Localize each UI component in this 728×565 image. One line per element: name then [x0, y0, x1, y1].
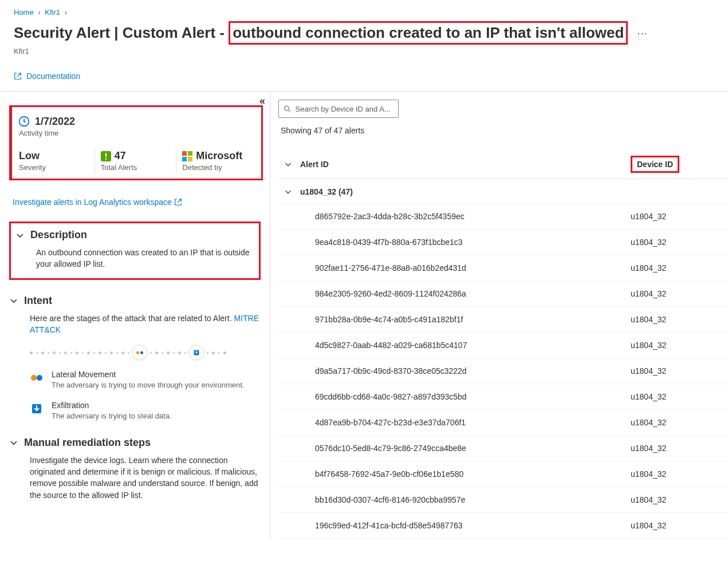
chevron-down-icon: [284, 160, 292, 168]
alert-count-icon: [101, 151, 111, 161]
external-link-icon: [174, 198, 182, 206]
search-input-wrapper[interactable]: [278, 100, 399, 118]
device-id-value: u1804_32: [631, 521, 728, 530]
breadcrumb-sep: ›: [38, 8, 40, 17]
lateral-movement-node-icon[interactable]: [133, 346, 147, 359]
chevron-down-icon: [284, 188, 292, 196]
device-id-value: u1804_32: [631, 469, 728, 479]
device-id-value: u1804_32: [631, 495, 728, 504]
device-id-value: u1804_32: [631, 289, 728, 298]
alert-id-value: 4d87ea9b-b704-427c-b23d-e3e37da706f1: [298, 418, 631, 427]
documentation-link[interactable]: Documentation: [14, 72, 80, 81]
table-row[interactable]: 971bb28a-0b9e-4c74-a0b5-c491a182bf1fu180…: [278, 307, 728, 333]
description-section: Description An outbound connection was c…: [9, 222, 261, 280]
table-row[interactable]: b4f76458-7692-45a7-9e0b-cf06e1b1e580u180…: [278, 461, 728, 487]
breadcrumb-home[interactable]: Home: [14, 8, 34, 17]
summary-card: 1/7/2022 Activity time Low Severity 47 T…: [9, 105, 263, 180]
page-title-prefix: Security Alert | Custom Alert -: [14, 24, 229, 41]
svg-rect-4: [182, 151, 187, 156]
alert-id-value: b4f76458-7692-45a7-9e0b-cf06e1b1e580: [298, 469, 631, 479]
device-id-value: u1804_32: [631, 238, 728, 247]
tactic-name: Exfiltration: [52, 401, 172, 410]
device-id-value: u1804_32: [631, 341, 728, 350]
total-alerts-value: 47: [115, 150, 126, 162]
alert-id-value: bb16d30d-0307-4cf6-8146-920cbba9957e: [298, 495, 631, 504]
more-actions-button[interactable]: ⋯: [632, 27, 652, 39]
showing-count: Showing 47 of 47 alerts: [281, 126, 728, 135]
activity-label: Activity time: [19, 129, 258, 137]
total-alerts-label: Total Alerts: [101, 163, 171, 172]
severity-value: Low: [19, 150, 89, 162]
external-link-icon: [14, 72, 22, 80]
alert-id-value: 902fae11-2756-471e-88a8-a016b2ed431d: [298, 263, 631, 272]
expand-all-button[interactable]: [278, 160, 298, 168]
table-row[interactable]: 196c99ed-412f-41ca-bcfd-d58e54987763u180…: [278, 513, 728, 539]
alert-id-value: 9ea4c818-0439-4f7b-880a-673f1bcbe1c3: [298, 238, 631, 247]
table-row[interactable]: d865792e-2ac3-4dda-b28c-3b2c5f4359ecu180…: [278, 204, 728, 230]
breadcrumb: Home › Kfir1 ›: [14, 5, 714, 20]
table-row[interactable]: 0576dc10-5ed8-4c79-9c86-2749cca4be8eu180…: [278, 436, 728, 461]
detected-by-label: Detected by: [182, 163, 252, 172]
tactic-exfiltration: Exfiltration The adversary is trying to …: [30, 401, 261, 421]
svg-rect-2: [105, 153, 107, 157]
svg-point-11: [31, 375, 37, 381]
alert-id-value: 971bb28a-0b9e-4c74-a0b5-c491a182bf1f: [298, 315, 631, 324]
alert-id-value: 69cdd6bb-cd68-4a0c-9827-a897d393c5bd: [298, 392, 631, 401]
chevron-down-icon: [9, 438, 18, 447]
svg-rect-3: [105, 158, 107, 159]
tactic-lateral-movement: Lateral Movement The adversary is trying…: [30, 370, 261, 390]
clock-icon: [18, 115, 30, 128]
investigate-link[interactable]: Investigate alerts in Log Analytics work…: [13, 197, 182, 207]
svg-rect-7: [188, 157, 192, 161]
activity-date: 1/7/2022: [35, 116, 75, 128]
total-alerts-cell: 47 Total Alerts: [95, 149, 176, 173]
intent-section: Intent Here are the stages of the attack…: [9, 295, 261, 422]
table-row[interactable]: 902fae11-2756-471e-88a8-a016b2ed431du180…: [278, 255, 728, 281]
description-title: Description: [30, 229, 87, 241]
exfiltration-node-icon[interactable]: [190, 346, 203, 359]
group-row[interactable]: u1804_32 (47): [278, 179, 728, 204]
svg-point-12: [37, 375, 42, 381]
subtitle: Kfir1: [14, 47, 714, 56]
svg-rect-6: [182, 157, 187, 161]
tactic-desc: The adversary is trying to steal data.: [52, 411, 172, 421]
alert-id-value: 4d5c9827-0aab-4482-a029-ca681b5c4107: [298, 341, 631, 350]
alert-id-value: 196c99ed-412f-41ca-bcfd-d58e54987763: [298, 521, 631, 530]
description-body: An outbound connection was created to an…: [36, 247, 254, 270]
table-row[interactable]: 4d5c9827-0aab-4482-a029-ca681b5c4107u180…: [278, 333, 728, 358]
search-input[interactable]: [296, 105, 394, 113]
severity-label: Severity: [19, 163, 89, 172]
page-title: Security Alert | Custom Alert - outbound…: [14, 21, 628, 45]
alert-id-value: 0576dc10-5ed8-4c79-9c86-2749cca4be8e: [298, 444, 631, 453]
alerts-table-header: Alert ID Device ID: [278, 156, 728, 179]
device-id-value: u1804_32: [631, 263, 728, 272]
documentation-link-label: Documentation: [26, 72, 80, 81]
table-row[interactable]: 69cdd6bb-cd68-4a0c-9827-a897d393c5bdu180…: [278, 384, 728, 410]
page-title-highlight: outbound connection created to an IP tha…: [229, 21, 628, 45]
investigate-link-label: Investigate alerts in Log Analytics work…: [13, 197, 172, 207]
alert-id-value: 984e2305-9260-4ed2-8609-1124f024286a: [298, 289, 631, 298]
table-row[interactable]: 4d87ea9b-b704-427c-b23d-e3e37da706f1u180…: [278, 410, 728, 436]
remediation-title: Manual remediation steps: [24, 437, 151, 449]
lateral-movement-icon: [30, 371, 44, 385]
table-row[interactable]: 984e2305-9260-4ed2-8609-1124f024286au180…: [278, 281, 728, 307]
intent-header[interactable]: Intent: [9, 295, 261, 307]
detected-by-value: Microsoft: [196, 150, 242, 162]
table-row[interactable]: bb16d30d-0307-4cf6-8146-920cbba9957eu180…: [278, 487, 728, 513]
exfiltration-icon: [30, 402, 44, 416]
table-row[interactable]: d9a5a717-0b9c-49cd-8370-38ce05c3222du180…: [278, 358, 728, 384]
table-row[interactable]: 9ea4c818-0439-4f7b-880a-673f1bcbe1c3u180…: [278, 230, 728, 255]
svg-rect-5: [188, 151, 192, 156]
column-alert-id[interactable]: Alert ID: [298, 160, 631, 169]
severity-cell: Low Severity: [18, 149, 95, 173]
tactic-desc: The adversary is trying to move through …: [52, 380, 245, 390]
detected-by-cell: Microsoft Detected by: [176, 149, 258, 173]
breadcrumb-item[interactable]: Kfir1: [45, 8, 60, 17]
remediation-header[interactable]: Manual remediation steps: [9, 437, 261, 449]
device-id-value: u1804_32: [631, 444, 728, 453]
collapse-panel-button[interactable]: «: [259, 95, 265, 107]
column-device-id[interactable]: Device ID: [631, 156, 679, 173]
description-header[interactable]: Description: [15, 229, 254, 241]
svg-point-8: [136, 351, 139, 354]
chevron-down-icon: [15, 231, 25, 240]
